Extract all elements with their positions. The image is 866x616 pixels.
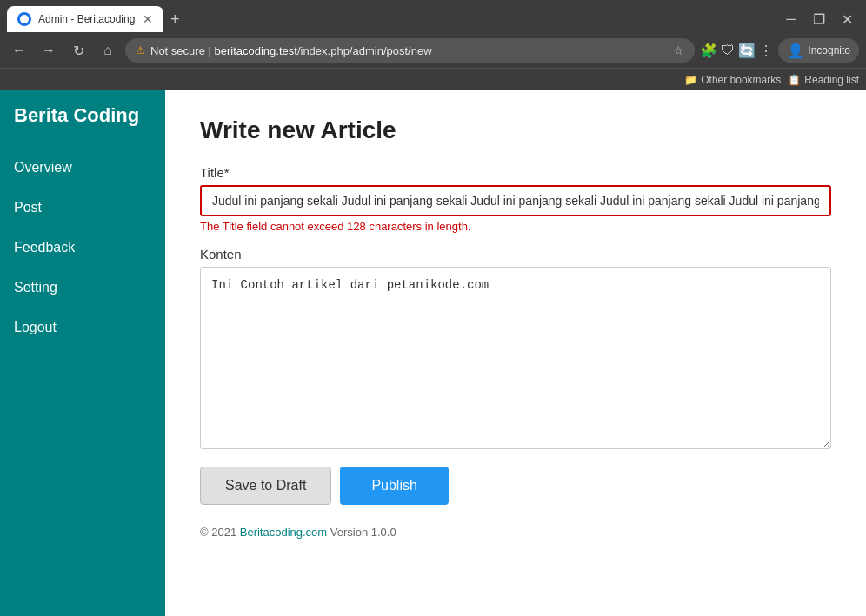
folder-icon: 📁	[684, 74, 697, 86]
address-prefix: Not secure |	[150, 44, 214, 57]
content-textarea[interactable]	[200, 267, 831, 449]
window-controls: ─ ❐ ✕	[779, 7, 859, 31]
address-domain: beritacoding.test	[214, 44, 296, 57]
reload-button[interactable]: ↻	[66, 38, 90, 63]
brand-text: Berita Coding	[14, 104, 139, 126]
bookmarks-bar: 📁 Other bookmarks 📋 Reading list	[0, 68, 866, 90]
sidebar: Berita Coding Overview Post Feedback Set…	[0, 90, 165, 616]
tab-close-button[interactable]: ✕	[143, 12, 153, 26]
menu-button[interactable]: ⋮	[759, 43, 773, 59]
active-tab[interactable]: Admin - Beritacoding ✕	[7, 6, 163, 32]
back-button[interactable]: ←	[7, 38, 31, 63]
other-bookmarks-label: Other bookmarks	[701, 74, 781, 86]
sidebar-item-post[interactable]: Post	[0, 188, 165, 228]
form-actions: Save to Draft Publish	[200, 467, 831, 505]
star-button[interactable]: ☆	[673, 43, 684, 57]
shield-button[interactable]: 🛡	[721, 43, 735, 59]
footer-version: Version 1.0.0	[327, 526, 396, 539]
tab-bar: Admin - Beritacoding ✕ + ─ ❐ ✕	[0, 0, 866, 33]
address-bar-row: ← → ↻ ⌂ ⚠ Not secure | beritacoding.test…	[0, 33, 866, 68]
other-bookmarks[interactable]: 📁 Other bookmarks	[684, 74, 781, 86]
title-error: The Title field cannot exceed 128 charac…	[200, 220, 831, 233]
title-form-group: Title* The Title field cannot exceed 128…	[200, 165, 831, 233]
footer-copyright: © 2021	[200, 526, 240, 539]
title-label: Title*	[200, 165, 831, 180]
close-button[interactable]: ✕	[835, 7, 859, 31]
sidebar-item-overview[interactable]: Overview	[0, 148, 165, 188]
forward-button[interactable]: →	[37, 38, 61, 63]
sidebar-item-logout[interactable]: Logout	[0, 308, 165, 348]
page-title: Write new Article	[200, 116, 831, 144]
address-path: /index.php/admin/post/new	[297, 44, 432, 57]
reading-list-label: Reading list	[804, 74, 859, 86]
main-content: Write new Article Title* The Title field…	[165, 90, 866, 616]
app-layout: Berita Coding Overview Post Feedback Set…	[0, 90, 866, 616]
minimize-button[interactable]: ─	[779, 7, 803, 31]
new-tab-button[interactable]: +	[170, 10, 180, 29]
footer-link[interactable]: Beritacoding.com	[240, 526, 327, 539]
profile-button[interactable]: 👤 Incognito	[778, 38, 859, 63]
extensions-button[interactable]: 🧩	[700, 43, 717, 59]
tab-favicon	[17, 12, 31, 26]
restore-button[interactable]: ❐	[807, 7, 831, 31]
sidebar-nav: Overview Post Feedback Setting Logout	[0, 148, 165, 348]
content-form-group: Konten	[200, 247, 831, 453]
profile-label: Incognito	[808, 44, 850, 56]
sidebar-item-feedback[interactable]: Feedback	[0, 228, 165, 268]
home-button[interactable]: ⌂	[96, 38, 120, 63]
browser-chrome: Admin - Beritacoding ✕ + ─ ❐ ✕ ← → ↻ ⌂ ⚠…	[0, 0, 866, 90]
tab-title: Admin - Beritacoding	[38, 13, 136, 25]
sidebar-item-setting[interactable]: Setting	[0, 268, 165, 308]
footer: © 2021 Beritacoding.com Version 1.0.0	[200, 526, 831, 539]
sidebar-brand: Berita Coding	[0, 90, 165, 141]
reading-list[interactable]: 📋 Reading list	[788, 74, 859, 86]
save-draft-button[interactable]: Save to Draft	[200, 467, 331, 505]
content-label: Konten	[200, 247, 831, 262]
title-input[interactable]	[200, 185, 831, 216]
lock-icon: ⚠	[136, 44, 145, 56]
address-box[interactable]: ⚠ Not secure | beritacoding.test/index.p…	[125, 38, 695, 63]
address-actions: 🧩 🛡 🔄 ⋮	[700, 43, 773, 59]
publish-button[interactable]: Publish	[340, 467, 448, 505]
address-text: Not secure | beritacoding.test/index.php…	[150, 44, 668, 57]
sync-button[interactable]: 🔄	[738, 43, 756, 59]
profile-icon: 👤	[787, 43, 804, 59]
reading-list-icon: 📋	[788, 74, 801, 86]
